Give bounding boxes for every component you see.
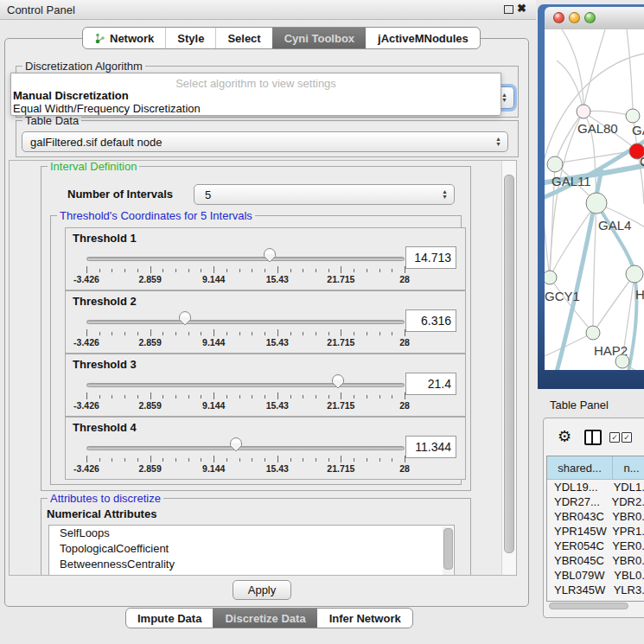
- network-node-GCY1[interactable]: [545, 271, 557, 284]
- node-label: GAL11: [552, 174, 591, 188]
- apply-button[interactable]: Apply: [233, 580, 291, 600]
- tick-mark: [252, 332, 252, 335]
- cell-name: YDL1...: [609, 480, 644, 494]
- tick-mark: [175, 269, 176, 272]
- network-view-canvas[interactable]: GAL80GACGAL11GAL4GCY1HHAP2: [545, 29, 644, 370]
- number-of-intervals-combobox[interactable]: 5 ▲▼: [194, 184, 455, 205]
- table-data-combobox[interactable]: galFiltered.sif default node ▲▼: [22, 131, 508, 152]
- tick-mark: [124, 458, 125, 462]
- scrollbar-thumb[interactable]: [549, 603, 628, 609]
- list-item[interactable]: SelfLoops: [49, 526, 454, 541]
- tick-mark: [303, 458, 303, 462]
- table-row[interactable]: YBR045CYBR0...: [547, 553, 644, 568]
- slider-track[interactable]: [86, 446, 405, 450]
- threshold-value-field[interactable]: 11.344: [405, 436, 456, 458]
- network-node-GAL4[interactable]: [586, 193, 607, 214]
- gear-icon[interactable]: ⚙: [558, 427, 571, 446]
- tick-mark: [239, 458, 240, 462]
- tick-mark: [214, 266, 214, 273]
- threshold-value-field[interactable]: 6.316: [405, 309, 456, 332]
- tick-mark: [303, 269, 303, 272]
- table-row[interactable]: YBL079WYBL0...: [547, 568, 644, 583]
- tick-mark: [201, 332, 201, 335]
- tick-mark: [175, 395, 176, 399]
- traffic-light-minimize-icon[interactable]: [569, 12, 580, 23]
- slider-thumb[interactable]: [229, 437, 243, 452]
- tick-mark: [367, 395, 367, 399]
- checkbox-icon[interactable]: ✓: [609, 432, 620, 443]
- cell-shared-name: YLR345W: [547, 583, 609, 597]
- list-item[interactable]: TopologicalCoefficient: [49, 541, 454, 557]
- network-node-H[interactable]: [626, 265, 643, 283]
- tick-mark: [214, 392, 214, 399]
- tick-mark: [112, 395, 112, 399]
- settings-scrollbar[interactable]: [501, 161, 516, 575]
- column-header-shared-name[interactable]: shared...: [547, 456, 613, 479]
- slider-track[interactable]: [86, 383, 405, 387]
- tab-infer-network[interactable]: Infer Network: [317, 609, 412, 628]
- traffic-light-close-icon[interactable]: [553, 12, 564, 23]
- network-window-titlebar: [545, 7, 644, 30]
- attributes-group: Attributes to discretize Numerical Attri…: [41, 498, 471, 576]
- table-row[interactable]: YDL19...YDL1...: [547, 480, 644, 494]
- tick-mark: [86, 329, 87, 336]
- tick-label: 15.43: [266, 337, 289, 348]
- table-row[interactable]: YIL053CYIL0...: [547, 597, 644, 602]
- network-node-partial[interactable]: [615, 354, 629, 368]
- columns-icon[interactable]: [584, 430, 602, 445]
- tick-mark: [341, 329, 341, 336]
- tick-label: 28: [399, 274, 410, 284]
- checkbox-icon[interactable]: ✓: [622, 432, 632, 443]
- tab-label: Discretize Data: [225, 612, 305, 625]
- table-row[interactable]: YLR345WYLR3...: [547, 583, 644, 597]
- dropdown-hint: Select algorithm to view settings: [11, 77, 501, 90]
- list-item[interactable]: BetweennessCentrality: [49, 557, 454, 572]
- tick-mark: [201, 458, 201, 462]
- network-node-GAL80[interactable]: [577, 105, 590, 118]
- tab-label: Select: [227, 32, 260, 45]
- tick-mark: [252, 269, 252, 272]
- tick-mark: [316, 332, 316, 335]
- list-scrollbar[interactable]: [443, 526, 453, 576]
- tab-jactivemnodules[interactable]: jActiveMNodules: [366, 28, 480, 48]
- tab-impute-data[interactable]: Impute Data: [126, 609, 213, 628]
- table-row[interactable]: YPR145WYPR1...: [547, 524, 644, 539]
- tab-discretize-data[interactable]: Discretize Data: [213, 609, 316, 628]
- number-of-intervals-label: Number of Intervals: [67, 188, 173, 201]
- combo-value: 5: [205, 188, 211, 201]
- slider-thumb[interactable]: [263, 248, 277, 263]
- table-row[interactable]: YER054CYER0...: [547, 539, 644, 553]
- tick-mark: [163, 269, 163, 272]
- tick-mark: [252, 458, 252, 462]
- tick-mark: [137, 332, 138, 335]
- cell-shared-name: YDR27...: [547, 494, 606, 509]
- table-row[interactable]: YDR27...YDR2...: [547, 494, 644, 509]
- threshold-value-field[interactable]: 14.713: [405, 246, 456, 269]
- cell-name: YPR1...: [607, 524, 644, 539]
- slider-thumb[interactable]: [331, 374, 345, 389]
- tab-cyni-toolbox[interactable]: Cyni Toolbox: [272, 28, 366, 48]
- close-icon[interactable]: ✖: [517, 2, 526, 15]
- tab-style[interactable]: Style: [165, 28, 215, 48]
- column-header-name[interactable]: n...: [613, 456, 644, 479]
- network-node-GAL11[interactable]: [547, 156, 563, 172]
- network-node-HAP2[interactable]: [586, 326, 600, 340]
- threshold-value-field[interactable]: 21.4: [405, 373, 456, 395]
- dropdown-item-manual-discretization[interactable]: Manual Discretization: [13, 89, 129, 102]
- scrollbar-thumb[interactable]: [504, 175, 514, 553]
- scrollbar-thumb[interactable]: [443, 528, 453, 570]
- network-edge: [545, 333, 593, 358]
- slider-track[interactable]: [86, 257, 405, 261]
- float-window-icon[interactable]: [504, 5, 513, 14]
- slider-track[interactable]: [86, 320, 405, 324]
- dropdown-item-equal-width-frequency[interactable]: Equal Width/Frequency Discretization: [13, 102, 201, 115]
- table-row[interactable]: YBR043CYBR0...: [547, 509, 644, 524]
- traffic-light-zoom-icon[interactable]: [584, 12, 596, 23]
- table-horizontal-scrollbar[interactable]: [547, 603, 642, 609]
- tick-mark: [86, 392, 87, 399]
- slider-thumb[interactable]: [178, 311, 192, 326]
- tab-network[interactable]: Network: [83, 28, 165, 48]
- network-node-GA[interactable]: [626, 109, 640, 123]
- tab-label: Cyni Toolbox: [284, 32, 354, 45]
- tab-select[interactable]: Select: [215, 28, 271, 48]
